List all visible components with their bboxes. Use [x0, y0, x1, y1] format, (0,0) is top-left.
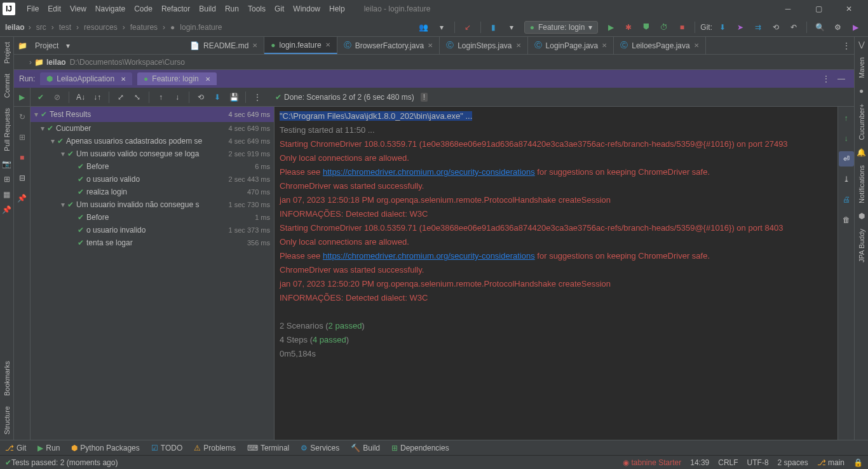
- history-icon[interactable]: ⟲: [193, 90, 208, 105]
- minimize-button[interactable]: ─: [776, 1, 799, 17]
- line-separator-widget[interactable]: CRLF: [718, 458, 738, 467]
- show-passed-icon[interactable]: ✔: [33, 90, 48, 105]
- expand-all-icon[interactable]: ⤢: [113, 90, 128, 105]
- users-icon[interactable]: 👥: [416, 20, 431, 35]
- pin-icon[interactable]: 📌: [15, 191, 30, 206]
- chromedriver-security-link[interactable]: https://chromedriver.chromium.org/securi…: [323, 251, 535, 261]
- python-packages-button[interactable]: ⬢Python Packages: [71, 444, 139, 452]
- next-failed-icon[interactable]: ↓: [170, 90, 185, 105]
- test-tree-row[interactable]: ✔Before6 ms: [31, 160, 274, 173]
- test-results-tree[interactable]: ▾ ✔ Test Results 4 sec 649 ms ▾✔Cucumber…: [31, 107, 275, 440]
- close-icon[interactable]: ✕: [252, 42, 257, 49]
- console-output[interactable]: "C:\Program Files\Java\jdk1.8.0_202\bin\…: [275, 107, 837, 440]
- tab-leiloespage[interactable]: Ⓒ LeiloesPage.java ✕: [614, 37, 705, 54]
- camera-icon[interactable]: 📷: [2, 159, 12, 169]
- test-tree-row[interactable]: ✔tenta se logar356 ms: [31, 236, 274, 249]
- bell-icon[interactable]: 🔔: [857, 147, 867, 158]
- services-tool-button[interactable]: ⚙Services: [301, 444, 339, 452]
- run-tool-button[interactable]: ▶Run: [37, 444, 60, 452]
- more-icon[interactable]: ⋮: [818, 71, 834, 86]
- prev-failed-icon[interactable]: ↑: [153, 90, 168, 105]
- up-icon[interactable]: ↑: [839, 111, 854, 126]
- test-tree-row[interactable]: ▾✔Um usuario valido consegue se loga2 se…: [31, 147, 274, 160]
- menu-window[interactable]: Window: [289, 2, 324, 16]
- project-root-row[interactable]: › 📁 leilao D:\Documentos\Workspace\Curso: [14, 55, 854, 70]
- tabnine-widget[interactable]: ◉ tabnine Starter: [623, 458, 681, 467]
- rerun-button[interactable]: ▶: [14, 88, 31, 106]
- project-tool-button[interactable]: Project: [2, 37, 12, 69]
- cucumber-icon[interactable]: ●: [857, 86, 867, 96]
- jpa-icon[interactable]: ⬢: [857, 211, 867, 221]
- test-tree-row[interactable]: ▾✔Apenas usuarios cadastrados podem se4 …: [31, 135, 274, 147]
- settings-icon[interactable]: ⚙: [830, 20, 845, 35]
- device-icon[interactable]: ▮: [486, 20, 501, 35]
- chromedriver-security-link[interactable]: https://chromedriver.chromium.org/securi…: [323, 167, 535, 177]
- pullrequests-tool-button[interactable]: Pull Requests: [2, 103, 12, 156]
- project-view-selector[interactable]: Project: [31, 40, 62, 51]
- menu-tools[interactable]: Tools: [244, 2, 269, 16]
- tab-loginpage[interactable]: Ⓒ LoginPage.java ✕: [528, 37, 614, 54]
- jpabuddy-tool-button[interactable]: JPA Buddy: [857, 224, 867, 268]
- menu-edit[interactable]: Edit: [44, 2, 65, 16]
- tab-loginsteps[interactable]: Ⓒ LoginSteps.java ✕: [440, 37, 527, 54]
- problems-tool-button[interactable]: ⚠Problems: [194, 444, 236, 452]
- breadcrumb[interactable]: leilao› src› test› resources› features› …: [5, 23, 223, 32]
- terminal-tool-button[interactable]: ⌨Terminal: [247, 444, 289, 452]
- git-rollback-icon[interactable]: ↶: [786, 20, 801, 35]
- git-history-icon[interactable]: ⟲: [768, 20, 783, 35]
- run-tab-feature[interactable]: ● Feature: login ✕: [137, 72, 217, 85]
- stop-icon[interactable]: ■: [15, 150, 30, 165]
- tab-readme[interactable]: 📄 README.md ✕: [184, 37, 264, 54]
- softwrap-icon[interactable]: ⏎: [839, 151, 854, 167]
- toggle-autotest-icon[interactable]: ⊞: [15, 130, 30, 145]
- structure-tool-button[interactable]: Structure: [2, 401, 12, 440]
- commit-tool-button[interactable]: Commit: [2, 69, 12, 103]
- dependencies-tool-button[interactable]: ⊞Dependencies: [391, 444, 449, 452]
- menu-run[interactable]: Run: [221, 2, 243, 16]
- rerun-failed-icon[interactable]: ↻: [15, 109, 30, 125]
- close-icon[interactable]: ✕: [325, 41, 330, 48]
- tree-header[interactable]: ▾ ✔ Test Results 4 sec 649 ms: [31, 107, 274, 122]
- git-tool-button[interactable]: ⎇Git: [5, 444, 26, 452]
- test-tree-row[interactable]: ✔o usuario valido2 sec 443 ms: [31, 173, 274, 186]
- export-icon[interactable]: 💾: [226, 90, 241, 105]
- todo-tool-button[interactable]: ☑TODO: [151, 444, 182, 452]
- chevron-down-icon[interactable]: ▾: [434, 20, 449, 35]
- git-update-icon[interactable]: ⬇: [715, 20, 730, 35]
- grid-icon[interactable]: ▦: [2, 189, 12, 200]
- menu-code[interactable]: Code: [130, 2, 156, 16]
- hide-icon[interactable]: —: [834, 71, 849, 86]
- maven-icon[interactable]: ⋁: [857, 39, 867, 50]
- device-dropdown[interactable]: ▾: [504, 20, 519, 35]
- menu-navigate[interactable]: Navigate: [92, 2, 129, 16]
- window-icon[interactable]: ⊞: [2, 174, 12, 184]
- menu-refactor[interactable]: Refactor: [158, 2, 194, 16]
- coverage-button[interactable]: ⛊: [639, 20, 654, 35]
- close-icon[interactable]: ✕: [428, 42, 433, 49]
- play-icon[interactable]: ▶: [848, 20, 863, 35]
- sort-icon[interactable]: A↓: [73, 90, 88, 105]
- menu-build[interactable]: Build: [195, 2, 220, 16]
- collapse-all-icon[interactable]: ⤡: [130, 90, 145, 105]
- git-commit-icon[interactable]: ➤: [733, 20, 748, 35]
- menu-file[interactable]: File: [23, 2, 43, 16]
- test-tree-row[interactable]: ✔Before1 ms: [31, 211, 274, 224]
- debug-button[interactable]: ✱: [621, 20, 636, 35]
- back-icon[interactable]: ↙: [460, 20, 475, 35]
- warning-badge-icon[interactable]: !: [421, 93, 428, 102]
- run-button[interactable]: ▶: [603, 20, 618, 35]
- chevron-down-icon[interactable]: ▾: [66, 41, 70, 50]
- clear-icon[interactable]: 🗑: [839, 212, 854, 228]
- close-icon[interactable]: ✕: [205, 76, 210, 83]
- notifications-tool-button[interactable]: Notifications: [857, 160, 867, 208]
- tab-login-feature[interactable]: ● login.feature ✕: [264, 37, 337, 54]
- profile-button[interactable]: ⏱: [656, 20, 672, 35]
- git-push-icon[interactable]: ⇉: [750, 20, 766, 35]
- bookmarks-tool-button[interactable]: Bookmarks: [2, 356, 12, 401]
- menu-help[interactable]: Help: [325, 2, 349, 16]
- menu-git[interactable]: Git: [271, 2, 288, 16]
- scroll-end-icon[interactable]: ⤓: [839, 172, 854, 187]
- more-icon[interactable]: ⋮: [839, 38, 854, 53]
- test-tree-row[interactable]: ✔realiza login470 ms: [31, 186, 274, 198]
- close-icon[interactable]: ✕: [121, 76, 126, 83]
